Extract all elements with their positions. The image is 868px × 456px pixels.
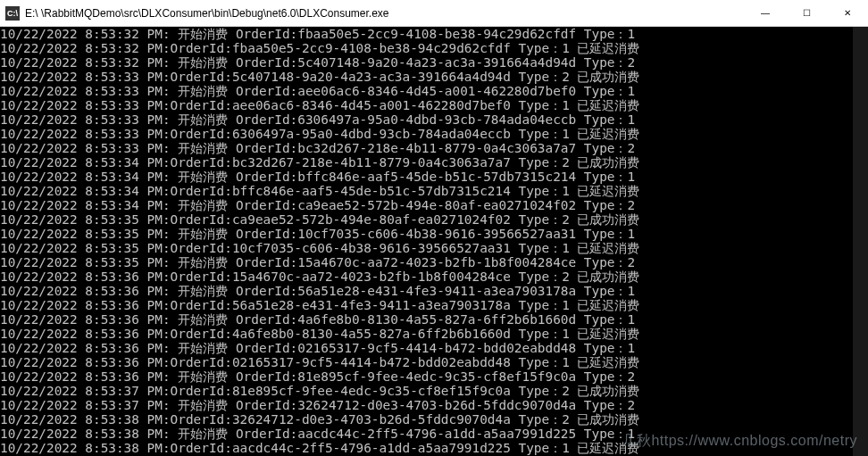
log-line: 10/22/2022 8:53:36 PM: 开始消费 OrderId:56a5…: [0, 284, 868, 298]
log-line: 10/22/2022 8:53:34 PM: 开始消费 OrderId:bffc…: [0, 170, 868, 184]
log-line: 10/22/2022 8:53:34 PM: 开始消费 OrderId:ca9e…: [0, 198, 868, 212]
log-line: 10/22/2022 8:53:33 PM:OrderId:6306497a-9…: [0, 127, 868, 141]
log-line: 10/22/2022 8:53:36 PM:OrderId:02165317-9…: [0, 355, 868, 369]
log-line: 10/22/2022 8:53:34 PM:OrderId:bffc846e-a…: [0, 184, 868, 198]
log-line: 10/22/2022 8:53:33 PM: 开始消费 OrderId:bc32…: [0, 141, 868, 155]
log-line: 10/22/2022 8:53:36 PM: 开始消费 OrderId:0216…: [0, 341, 868, 355]
log-line: 10/22/2022 8:53:34 PM:OrderId:bc32d267-2…: [0, 155, 868, 170]
window-controls: — ☐ ✕: [745, 0, 868, 26]
log-line: 10/22/2022 8:53:32 PM: 开始消费 OrderId:fbaa…: [0, 27, 868, 41]
vertical-scrollbar[interactable]: [853, 27, 868, 456]
log-line: 10/22/2022 8:53:33 PM: 开始消费 OrderId:aee0…: [0, 84, 868, 98]
app-icon: C:\: [5, 6, 20, 21]
log-line: 10/22/2022 8:53:37 PM: 开始消费 OrderId:3262…: [0, 398, 868, 412]
log-line: 10/22/2022 8:53:32 PM: 开始消费 OrderId:5c40…: [0, 55, 868, 70]
maximize-button[interactable]: ☐: [786, 0, 827, 26]
minimize-button[interactable]: —: [745, 0, 786, 26]
log-line: 10/22/2022 8:53:36 PM: 开始消费 OrderId:4a6f…: [0, 312, 868, 327]
log-line: 10/22/2022 8:53:35 PM:OrderId:10cf7035-c…: [0, 241, 868, 255]
close-button[interactable]: ✕: [827, 0, 868, 26]
log-line: 10/22/2022 8:53:33 PM:OrderId:aee06ac6-8…: [0, 98, 868, 112]
log-line: 10/22/2022 8:53:37 PM:OrderId:81e895cf-9…: [0, 384, 868, 398]
log-line: 10/22/2022 8:53:33 PM: 开始消费 OrderId:6306…: [0, 112, 868, 127]
log-line: 10/22/2022 8:53:35 PM: 开始消费 OrderId:10cf…: [0, 227, 868, 241]
log-line: 10/22/2022 8:53:36 PM:OrderId:56a51e28-e…: [0, 298, 868, 312]
log-line: 10/22/2022 8:53:36 PM:OrderId:4a6fe8b0-8…: [0, 327, 868, 341]
log-line: 10/22/2022 8:53:35 PM:OrderId:ca9eae52-5…: [0, 212, 868, 227]
titlebar[interactable]: C:\ E:\ \RabbitMQDemo\src\DLXConsumer\bi…: [0, 0, 868, 27]
log-line: 10/22/2022 8:53:38 PM: 开始消费 OrderId:aacd…: [0, 427, 868, 441]
log-line: 10/22/2022 8:53:32 PM:OrderId:fbaa50e5-2…: [0, 41, 868, 55]
log-line: 10/22/2022 8:53:33 PM:OrderId:5c407148-9…: [0, 70, 868, 84]
log-line: 10/22/2022 8:53:36 PM:OrderId:15a4670c-a…: [0, 269, 868, 284]
window-title: E:\ \RabbitMQDemo\src\DLXConsumer\bin\De…: [25, 7, 745, 20]
log-line: 10/22/2022 8:53:36 PM: 开始消费 OrderId:81e8…: [0, 369, 868, 384]
console-output[interactable]: 10/22/2022 8:53:32 PM: 开始消费 OrderId:fbaa…: [0, 27, 868, 456]
log-line: 10/22/2022 8:53:35 PM: 开始消费 OrderId:15a4…: [0, 255, 868, 269]
log-line: 10/22/2022 8:53:38 PM:OrderId:32624712-d…: [0, 412, 868, 427]
log-line: 10/22/2022 8:53:38 PM:OrderId:aacdc44c-2…: [0, 441, 868, 455]
